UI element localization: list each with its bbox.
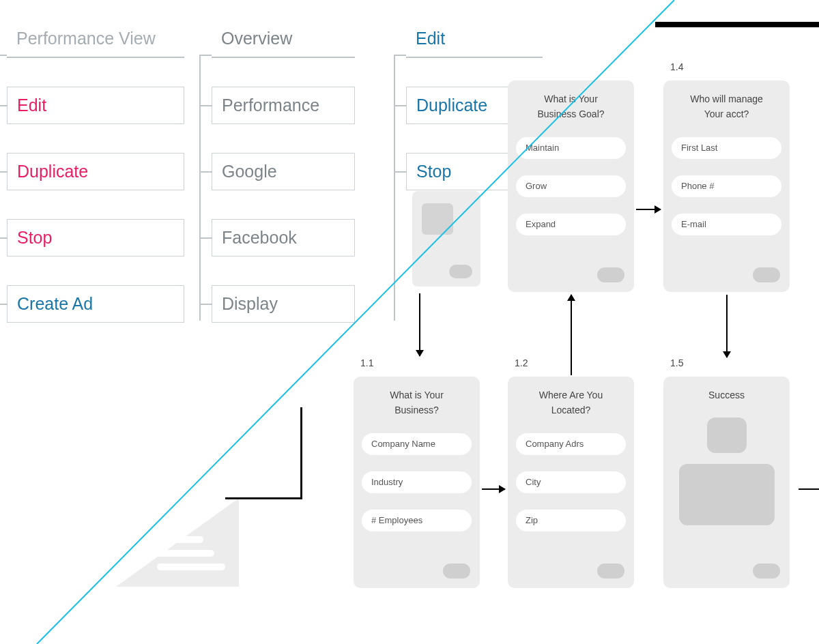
title-line: What is Your: [544, 93, 598, 104]
menu-item-performance[interactable]: Performance: [212, 87, 355, 124]
tree-branch: [394, 105, 407, 106]
tree-spine: [199, 56, 201, 321]
card-field[interactable]: Company Adrs: [516, 433, 626, 455]
card-number: 1.4: [670, 61, 683, 72]
card-number: 1.2: [515, 357, 528, 368]
tree-branch: [0, 171, 8, 173]
menu-item-display[interactable]: Display: [212, 285, 355, 323]
title-line: Who will manage: [690, 93, 763, 104]
menu-label: Display: [222, 294, 278, 314]
card-field[interactable]: Company Name: [362, 433, 472, 455]
placeholder-icon: [707, 418, 747, 453]
menu-item-edit-r[interactable]: Edit: [406, 20, 543, 58]
tree-spine: [394, 56, 395, 321]
field-label: Company Name: [371, 439, 435, 449]
menu-label: Google: [222, 162, 277, 181]
card-field[interactable]: Phone #: [672, 175, 781, 197]
flow-card-success: 1.5 Success: [663, 377, 790, 588]
field-label: Zip: [526, 515, 538, 525]
card-field[interactable]: Zip: [516, 510, 626, 531]
card-next-button[interactable]: [597, 267, 624, 282]
card-next-button[interactable]: [597, 564, 624, 579]
card-next-button[interactable]: [443, 564, 470, 579]
menu-label: Duplicate: [17, 162, 88, 181]
title-line: Your acct?: [704, 108, 749, 119]
tree-branch: [394, 55, 406, 56]
title-line: Business Goal?: [537, 108, 604, 119]
card-title: What is Your Business?: [362, 387, 472, 418]
tree-branch: [200, 171, 212, 173]
card-field[interactable]: Maintain: [516, 137, 626, 159]
field-label: First Last: [681, 143, 717, 153]
title-line: What is Your: [390, 390, 444, 400]
connector-bracket: [225, 407, 302, 499]
menu-label: Edit: [416, 29, 445, 48]
field-label: # Employees: [371, 515, 422, 525]
menu-item-overview[interactable]: Overview: [212, 20, 355, 58]
flow-card-start: [412, 191, 480, 287]
tree-branch: [0, 105, 8, 106]
menu-item-google[interactable]: Google: [212, 153, 355, 190]
field-label: Expand: [526, 219, 556, 229]
title-line: Where Are You: [539, 390, 603, 400]
title-line: Success: [708, 390, 745, 400]
field-label: Maintain: [526, 143, 559, 153]
card-field[interactable]: # Employees: [362, 510, 472, 531]
field-label: Company Adrs: [526, 439, 584, 449]
svg-rect-2: [135, 536, 203, 543]
tree-branch: [200, 105, 212, 106]
card-title: Success: [672, 387, 781, 402]
card-field[interactable]: Grow: [516, 175, 626, 197]
field-label: Grow: [526, 181, 547, 191]
flow-card-goal: 1.3 What is Your Business Goal? Maintain…: [508, 80, 634, 292]
card-field[interactable]: E-mail: [672, 214, 781, 235]
title-line: Located?: [551, 405, 591, 415]
menu-label: Performance: [222, 96, 319, 115]
menu-label: Stop: [416, 162, 451, 181]
card-title: What is Your Business Goal?: [516, 91, 626, 122]
card-number: 1.1: [360, 357, 373, 368]
card-title: Who will manage Your acct?: [672, 91, 781, 122]
tree-branch: [200, 237, 212, 239]
menu-label: Duplicate: [416, 96, 487, 115]
tree-branch: [200, 304, 212, 305]
menu-item-create-ad[interactable]: Create Ad: [7, 285, 184, 323]
tree-branch: [394, 171, 407, 173]
menu-col-1: Performance View Edit Duplicate Stop Cre…: [7, 20, 184, 351]
svg-rect-4: [157, 564, 225, 570]
card-next-button[interactable]: [753, 267, 780, 282]
field-label: Industry: [371, 477, 403, 487]
menu-item-edit[interactable]: Edit: [7, 87, 184, 124]
tree-branch: [0, 55, 7, 56]
card-field[interactable]: City: [516, 471, 626, 493]
card-title: Where Are You Located?: [516, 387, 626, 418]
card-field[interactable]: Expand: [516, 214, 626, 235]
card-field[interactable]: First Last: [672, 137, 781, 159]
flow-card-business: 1.1 What is Your Business? Company Name …: [354, 377, 480, 588]
paper-stack-icon: [116, 498, 239, 587]
flow-card-manager: 1.4 Who will manage Your acct? First Las…: [663, 80, 790, 292]
field-label: E-mail: [681, 219, 706, 229]
menu-label: Performance View: [16, 29, 156, 48]
title-line: Business?: [394, 405, 439, 415]
card-number: 1.5: [670, 357, 683, 368]
menu-item-duplicate[interactable]: Duplicate: [7, 153, 184, 190]
menu-item-stop[interactable]: Stop: [7, 219, 184, 257]
svg-rect-3: [146, 550, 214, 557]
menu-label: Stop: [17, 228, 52, 248]
menu-item-performance-view[interactable]: Performance View: [7, 20, 184, 58]
field-label: City: [526, 477, 541, 487]
tree-branch: [0, 304, 8, 305]
card-field[interactable]: Industry: [362, 471, 472, 493]
menu-label: Overview: [221, 29, 292, 48]
menu-label: Edit: [17, 96, 46, 115]
page-top-bar: [655, 22, 819, 27]
card-next-button[interactable]: [753, 564, 780, 579]
menu-label: Facebook: [222, 228, 297, 248]
menu-label: Create Ad: [17, 294, 93, 314]
menu-col-2: Overview Performance Google Facebook Dis…: [212, 20, 355, 351]
field-label: Phone #: [681, 181, 714, 191]
flow-card-location: 1.2 Where Are You Located? Company Adrs …: [508, 377, 634, 588]
menu-item-facebook[interactable]: Facebook: [212, 219, 355, 257]
arrow-stub: [799, 488, 819, 490]
